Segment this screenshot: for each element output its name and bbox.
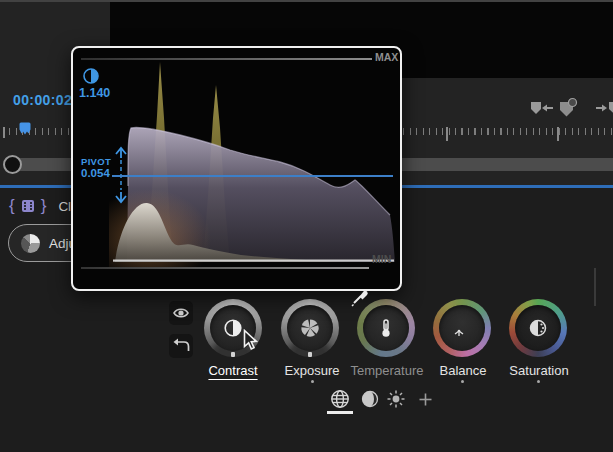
pivot-label: PIVOT (81, 156, 111, 167)
dial-knob (439, 305, 485, 351)
active-tab-underline (327, 411, 353, 414)
timecode-display[interactable]: 00:00:02: (13, 92, 77, 108)
pivot-value: 0.054 (81, 167, 110, 179)
saturation-label[interactable]: Saturation (509, 363, 568, 378)
plus-icon[interactable] (418, 392, 433, 407)
modified-dot (461, 380, 464, 383)
sun-icon[interactable] (386, 389, 406, 409)
dial-knob (363, 305, 409, 351)
marker-out-icon[interactable] (596, 100, 613, 117)
contrast-value: 1.140 (79, 86, 110, 100)
pivot-line[interactable] (112, 175, 393, 177)
timeline-ruler-left[interactable] (3, 128, 73, 135)
balance-icon (452, 324, 466, 338)
dial-knob (287, 305, 333, 351)
filmstrip-icon (21, 199, 35, 213)
balance-dial[interactable] (433, 299, 491, 357)
scrollbar-knob[interactable] (3, 155, 22, 174)
modified-dot (311, 380, 314, 383)
dial-value-tick (231, 352, 235, 357)
playhead-icon[interactable] (19, 122, 32, 137)
marker-icon[interactable] (556, 97, 580, 118)
min-slider-line[interactable] (81, 267, 369, 269)
dial-knob (515, 305, 561, 351)
eyedropper-icon (351, 288, 370, 307)
half-circle-icon[interactable] (360, 389, 380, 409)
mouse-cursor-icon (243, 329, 260, 352)
dial-value-tick (308, 352, 312, 357)
marker-in-icon[interactable] (530, 100, 554, 117)
balance-label[interactable]: Balance (440, 363, 487, 378)
modified-dot (537, 380, 540, 383)
app-window: 00:00:02: { } Clip Adjust (0, 0, 613, 452)
preview-toggle-button[interactable] (169, 301, 193, 325)
clip-brace-right: } (41, 197, 47, 215)
exposure-label[interactable]: Exposure (285, 363, 340, 378)
eye-icon (172, 304, 190, 322)
saturation-icon (527, 317, 549, 339)
aperture-icon (299, 317, 321, 339)
clip-brace-left: { (9, 197, 15, 215)
exposure-dial[interactable] (281, 299, 339, 357)
contrast-label[interactable]: Contrast (208, 363, 257, 378)
contrast-histogram-popup: MAX 1.140 (71, 46, 402, 291)
contrast-histogram (109, 56, 395, 268)
ruler-major-tick (446, 127, 448, 141)
saturation-dial[interactable] (509, 299, 567, 357)
reset-button[interactable] (169, 334, 193, 358)
timeline-ruler-right[interactable] (403, 128, 613, 135)
temperature-dial[interactable] (357, 299, 415, 357)
contrast-icon (222, 317, 244, 339)
ruler-major-tick (3, 127, 5, 138)
ruler-major-tick (557, 127, 559, 141)
pie-icon (21, 234, 40, 253)
panel-splitter[interactable] (594, 268, 596, 306)
min-label: MIN (372, 253, 391, 265)
undo-icon (172, 337, 190, 355)
thermometer-icon (375, 317, 397, 339)
contrast-icon (82, 67, 100, 85)
temperature-label[interactable]: Temperature (351, 363, 424, 378)
globe-icon[interactable] (329, 388, 351, 410)
